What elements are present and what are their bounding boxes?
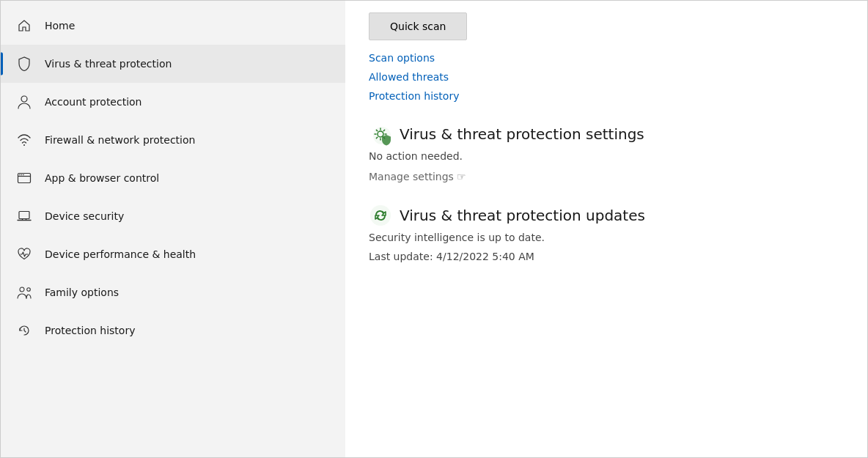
updates-section-subtitle: Security intelligence is up to date.	[369, 232, 844, 243]
sidebar-item-account-protection[interactable]: Account protection	[1, 83, 345, 121]
sidebar-item-protection-history[interactable]: Protection history	[1, 311, 345, 350]
sidebar-item-virus-threat[interactable]: Virus & threat protection	[1, 45, 345, 83]
main-content: Quick scan Scan options Allowed threats …	[345, 1, 867, 457]
svg-point-12	[370, 205, 391, 226]
wifi-icon	[15, 131, 33, 149]
updates-section-header: Virus & threat protection updates	[369, 204, 844, 227]
sidebar-item-app-browser[interactable]: App & browser control	[1, 159, 345, 197]
scan-options-link[interactable]: Scan options	[369, 52, 844, 64]
update-refresh-icon	[369, 204, 392, 227]
sidebar-item-device-security[interactable]: Device security	[1, 197, 345, 235]
home-icon	[15, 17, 33, 34]
last-update-text: Last update: 4/12/2022 5:40 AM	[369, 251, 844, 262]
sidebar-item-device-performance-label: Device performance & health	[45, 248, 196, 260]
sidebar-item-device-security-label: Device security	[45, 210, 124, 222]
sidebar-item-account-protection-label: Account protection	[45, 96, 142, 108]
sidebar-item-home-label: Home	[45, 20, 75, 32]
sidebar-item-virus-threat-label: Virus & threat protection	[45, 58, 172, 70]
svg-point-9	[27, 288, 31, 292]
updates-section: Virus & threat protection updates Securi…	[369, 204, 844, 262]
settings-gear-icon	[369, 122, 392, 146]
settings-section-header: Virus & threat protection settings	[369, 122, 844, 146]
sidebar-item-family-options[interactable]: Family options	[1, 273, 345, 311]
sidebar: Home Virus & threat protection Account p…	[1, 1, 345, 457]
sidebar-item-device-performance[interactable]: Device performance & health	[1, 235, 345, 273]
protection-history-link[interactable]: Protection history	[369, 90, 844, 102]
settings-section-title: Virus & threat protection settings	[400, 125, 644, 143]
sidebar-item-home[interactable]: Home	[1, 7, 345, 45]
manage-settings-link[interactable]: Manage settings	[369, 171, 466, 182]
settings-section: Virus & threat protection settings No ac…	[369, 122, 844, 183]
svg-point-4	[19, 174, 21, 176]
svg-point-0	[21, 96, 27, 102]
laptop-icon	[15, 207, 33, 225]
settings-section-subtitle: No action needed.	[369, 150, 844, 162]
updates-section-title: Virus & threat protection updates	[400, 207, 645, 224]
person-icon	[15, 93, 33, 111]
sidebar-item-protection-history-label: Protection history	[45, 325, 135, 336]
sidebar-item-family-options-label: Family options	[45, 287, 119, 298]
allowed-threats-link[interactable]: Allowed threats	[369, 71, 844, 83]
sidebar-item-firewall-label: Firewall & network protection	[45, 134, 195, 146]
svg-point-5	[21, 174, 23, 176]
svg-rect-7	[19, 212, 29, 219]
heart-icon	[15, 245, 33, 263]
quick-scan-button[interactable]: Quick scan	[369, 12, 467, 40]
shield-icon	[15, 55, 33, 73]
family-icon	[15, 284, 33, 301]
svg-point-8	[20, 287, 24, 292]
history-icon	[15, 322, 33, 339]
sidebar-item-app-browser-label: App & browser control	[45, 172, 159, 184]
browser-icon	[15, 169, 33, 187]
svg-point-6	[23, 174, 24, 176]
svg-point-1	[23, 144, 25, 146]
sidebar-item-firewall[interactable]: Firewall & network protection	[1, 121, 345, 159]
